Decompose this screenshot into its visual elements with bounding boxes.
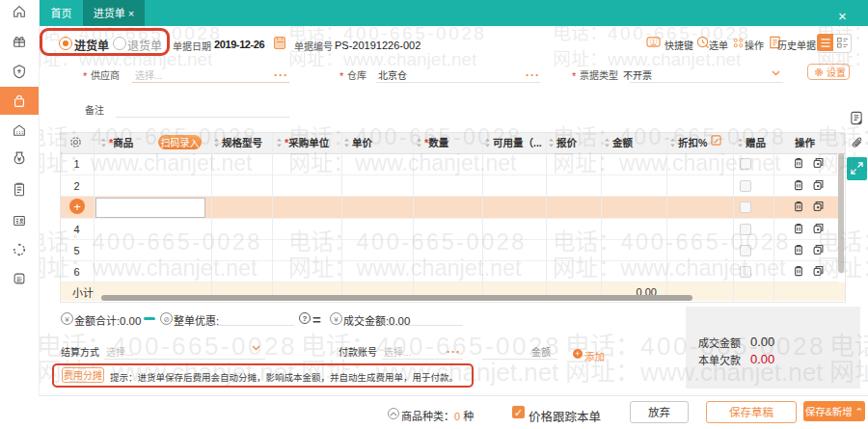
svg-text:新: 新 [15,276,22,282]
